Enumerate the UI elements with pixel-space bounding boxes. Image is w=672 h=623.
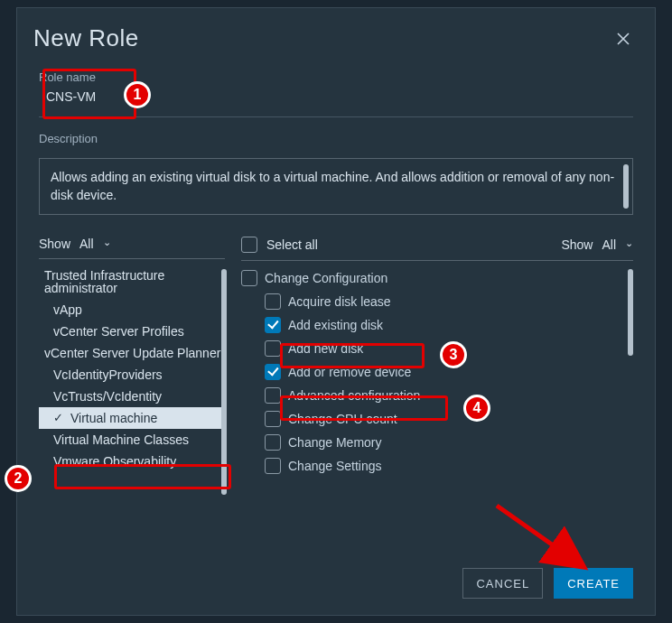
select-all-checkbox[interactable]: Select all (241, 237, 318, 253)
show-value: All (602, 237, 616, 252)
category-pane: Show All ⌄ Trusted Infrastructure admini… (39, 237, 225, 504)
show-value: All (79, 237, 94, 251)
checkbox-icon (241, 270, 257, 286)
privilege-label: Add or remove device (288, 365, 411, 379)
category-label: Trusted Infrastructure administrator (44, 268, 164, 295)
category-label: vCenter Server Update Planner (44, 346, 220, 360)
privilege-group-label: Change Configuration (265, 271, 387, 285)
category-item[interactable]: vCenter Server Profiles (39, 321, 225, 342)
privilege-label: Change Settings (288, 459, 382, 473)
privilege-label: Acquire disk lease (288, 294, 391, 309)
category-label: Vmware Observability (53, 454, 176, 469)
scrollbar-thumb[interactable] (623, 164, 629, 209)
category-item[interactable]: VcTrusts/VcIdentity (39, 386, 225, 407)
checkbox-icon (265, 340, 281, 357)
checkbox-icon (265, 293, 281, 310)
category-item[interactable]: vCenter Server Update Planner (39, 342, 225, 364)
category-item[interactable]: Vmware Observability (39, 451, 225, 472)
privilege-item[interactable]: Acquire disk lease (241, 290, 633, 313)
privilege-pane: Select all Show All ⌄ Change Configurati… (241, 237, 633, 504)
privilege-item[interactable]: Change Memory (241, 431, 633, 454)
chevron-down-icon: ⌄ (103, 237, 111, 248)
privilege-label: Change CPU count (288, 412, 397, 426)
scrollbar-thumb[interactable] (628, 269, 633, 356)
category-label: VcIdentityProviders (53, 367, 163, 382)
description-textarea[interactable]: Allows adding an existing virtual disk t… (39, 158, 633, 215)
role-name-field: Role name CNS-VM (17, 61, 655, 116)
description-text: Allows adding an existing virtual disk t… (51, 170, 614, 202)
privilege-group[interactable]: Change Configuration (241, 266, 633, 290)
show-label: Show (39, 237, 70, 251)
category-item[interactable]: ✓Virtual machine (39, 407, 225, 429)
cancel-button[interactable]: CANCEL (462, 568, 543, 599)
privilege-label: Add new disk (288, 341, 363, 356)
privilege-item[interactable]: Add new disk (241, 337, 633, 360)
description-label: Description (39, 132, 633, 145)
privilege-label: Advanced configuration (288, 388, 420, 403)
chevron-down-icon: ⌄ (625, 237, 633, 249)
create-button[interactable]: CREATE (554, 568, 633, 599)
show-label: Show (561, 237, 593, 252)
category-label: Virtual machine (70, 412, 157, 424)
checkbox-icon (241, 237, 257, 253)
privilege-item[interactable]: Add or remove device (241, 360, 633, 384)
category-label: VcTrusts/VcIdentity (53, 389, 162, 404)
category-item[interactable]: VcIdentityProviders (39, 364, 225, 386)
check-icon: ✓ (53, 412, 63, 423)
category-label: vApp (53, 302, 82, 317)
new-role-dialog: New Role Role name CNS-VM Description Al… (16, 7, 656, 616)
privilege-item[interactable]: Advanced configuration (241, 384, 633, 407)
category-item[interactable]: Trusted Infrastructure administrator (39, 265, 225, 299)
checkbox-icon (265, 458, 281, 474)
role-name-label: Role name (39, 70, 633, 84)
privilege-item[interactable]: Change CPU count (241, 407, 633, 431)
close-icon[interactable] (613, 29, 633, 49)
left-show-filter[interactable]: Show All ⌄ (39, 237, 225, 259)
privilege-label: Add existing disk (288, 318, 383, 332)
dialog-title: New Role (33, 24, 139, 52)
privilege-item[interactable]: Add existing disk (241, 313, 633, 337)
category-item[interactable]: Virtual Machine Classes (39, 429, 225, 451)
checkbox-icon (265, 364, 281, 380)
checkbox-icon (265, 387, 281, 404)
category-item[interactable]: vApp (39, 299, 225, 321)
select-all-label: Select all (266, 237, 318, 252)
category-label: vCenter Server Profiles (53, 324, 184, 339)
checkbox-icon (265, 434, 281, 451)
dialog-header: New Role (17, 8, 655, 61)
category-label: Virtual Machine Classes (53, 432, 189, 447)
dialog-footer: CANCEL CREATE (462, 568, 633, 599)
checkbox-icon (265, 317, 281, 333)
scrollbar-thumb[interactable] (221, 269, 227, 495)
privilege-item[interactable]: Change Settings (241, 454, 633, 478)
role-name-value[interactable]: CNS-VM (39, 88, 633, 109)
checkbox-icon (265, 411, 281, 427)
privilege-label: Change Memory (288, 435, 382, 450)
right-show-filter[interactable]: Show All ⌄ (561, 237, 633, 252)
